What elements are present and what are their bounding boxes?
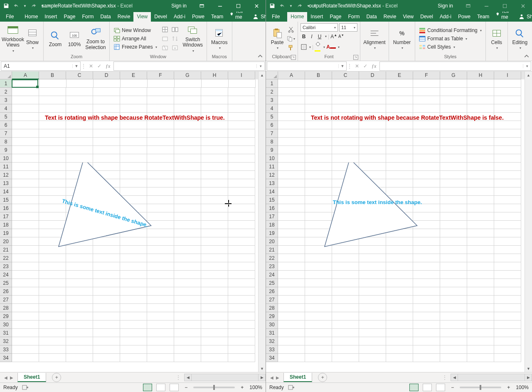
enter-formula-icon[interactable]: ✓ (363, 63, 367, 69)
cell[interactable] (66, 287, 93, 296)
cell[interactable] (332, 104, 359, 113)
cell[interactable] (39, 329, 66, 337)
cell[interactable] (278, 146, 305, 154)
cell[interactable] (66, 163, 93, 171)
cell[interactable] (12, 221, 39, 229)
cell[interactable] (12, 88, 39, 96)
cell[interactable] (12, 237, 39, 246)
cell[interactable] (120, 329, 147, 337)
cell[interactable] (305, 163, 332, 171)
row[interactable]: 23 (0, 262, 258, 271)
cell[interactable] (386, 287, 413, 296)
zoom-in-button[interactable]: + (239, 385, 245, 390)
col-header-F[interactable]: F (147, 71, 174, 79)
cell[interactable] (147, 171, 174, 179)
col-header-D[interactable]: D (93, 71, 120, 79)
cell[interactable] (278, 279, 305, 287)
cell[interactable] (228, 229, 255, 237)
cell[interactable] (39, 229, 66, 237)
cell[interactable] (93, 287, 120, 296)
row-header[interactable]: 17 (266, 212, 278, 221)
cell[interactable] (147, 113, 174, 121)
cell[interactable] (278, 221, 305, 229)
cell[interactable] (386, 196, 413, 204)
zoom-out-button[interactable]: − (183, 385, 189, 390)
cell[interactable] (93, 254, 120, 262)
cell[interactable] (413, 88, 440, 96)
cell[interactable] (66, 212, 93, 221)
cell[interactable] (93, 304, 120, 312)
row-header[interactable]: 28 (0, 304, 12, 312)
cell[interactable] (174, 204, 201, 212)
cell[interactable] (66, 96, 93, 104)
fx-icon[interactable]: ƒx (106, 63, 110, 69)
cell[interactable] (440, 254, 467, 262)
cell[interactable] (12, 229, 39, 237)
cell[interactable] (147, 312, 174, 321)
row-header[interactable]: 15 (266, 196, 278, 204)
cell[interactable] (174, 312, 201, 321)
cell[interactable] (332, 121, 359, 129)
clipboard-launcher-icon[interactable]: ↘ (291, 55, 296, 60)
horizontal-scrollbar[interactable]: ⋮ ◀ ▶ (176, 374, 266, 381)
cell[interactable] (305, 262, 332, 271)
cell[interactable] (413, 329, 440, 337)
cell[interactable] (305, 113, 332, 121)
cell[interactable] (202, 79, 229, 88)
cell[interactable] (93, 237, 120, 246)
cell[interactable] (201, 337, 228, 345)
cell[interactable] (228, 187, 255, 196)
cell[interactable] (66, 79, 94, 88)
cell[interactable] (494, 354, 521, 362)
cell[interactable] (228, 96, 255, 104)
cell[interactable] (359, 79, 386, 88)
cell[interactable] (120, 163, 147, 171)
cell[interactable] (93, 146, 120, 154)
cell[interactable] (332, 254, 359, 262)
cell[interactable] (147, 279, 174, 287)
worksheet-grid[interactable]: A B C D E F G H I 1234567891011121314151… (0, 71, 266, 372)
col-header-F[interactable]: F (413, 71, 440, 79)
cell[interactable] (359, 113, 386, 121)
cell[interactable] (201, 262, 228, 271)
cell[interactable] (39, 179, 66, 187)
row[interactable]: 4 (266, 104, 525, 113)
qat-customize-icon[interactable]: ▾ (48, 4, 50, 8)
row[interactable]: 16 (0, 204, 258, 212)
cell[interactable] (332, 196, 359, 204)
tab-insert[interactable]: Insert (307, 12, 326, 22)
tab-team[interactable]: Team (474, 12, 493, 22)
col-header-B[interactable]: B (305, 71, 332, 79)
font-launcher-icon[interactable]: ↘ (353, 55, 358, 60)
editing-button[interactable]: Editing▾ (510, 27, 530, 50)
cell[interactable] (147, 196, 174, 204)
cell[interactable] (413, 321, 440, 329)
cell[interactable] (201, 88, 228, 96)
cell[interactable] (467, 104, 494, 113)
cell[interactable] (147, 96, 174, 104)
cell[interactable] (39, 96, 66, 104)
cell[interactable] (174, 179, 201, 187)
cell[interactable] (147, 212, 174, 221)
number-button[interactable]: % Number▾ (392, 27, 412, 50)
col-header-E[interactable]: E (386, 71, 413, 79)
cell[interactable] (440, 221, 467, 229)
cell[interactable] (305, 204, 332, 212)
row[interactable]: 11 (266, 163, 525, 171)
row[interactable]: 11 (0, 163, 258, 171)
cell[interactable] (359, 96, 386, 104)
col-header-A[interactable]: A (278, 71, 305, 79)
cell[interactable] (332, 179, 359, 187)
cell[interactable] (93, 88, 120, 96)
cell[interactable] (201, 138, 228, 146)
cell[interactable] (66, 254, 93, 262)
cell[interactable] (413, 204, 440, 212)
cell[interactable] (201, 171, 228, 179)
cell[interactable] (440, 179, 467, 187)
tab-developer[interactable]: Devel (417, 12, 436, 22)
cell[interactable] (359, 146, 386, 154)
cell[interactable] (494, 154, 521, 163)
cell[interactable] (359, 187, 386, 196)
cell[interactable] (305, 254, 332, 262)
cell[interactable] (494, 163, 521, 171)
